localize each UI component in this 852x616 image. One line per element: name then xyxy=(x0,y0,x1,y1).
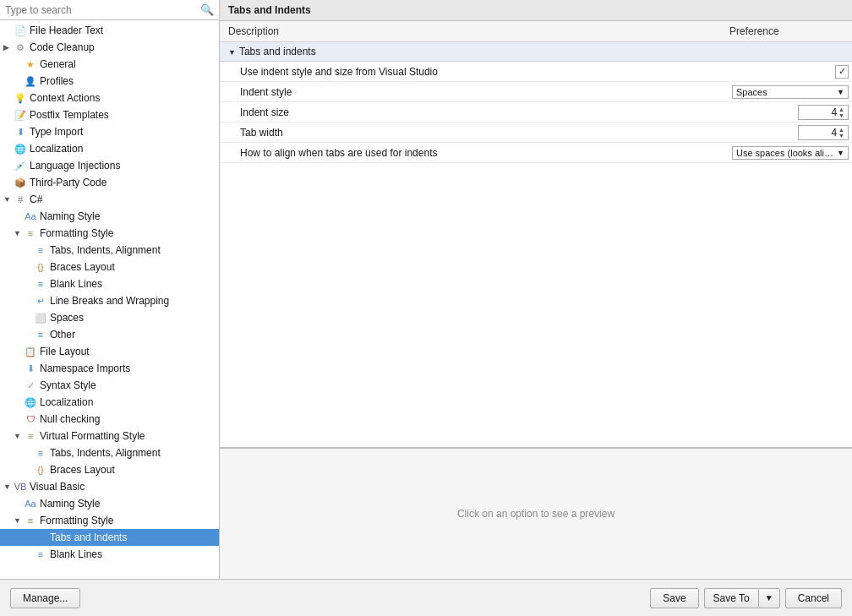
tree-item-localization2[interactable]: 🌐Localization xyxy=(0,394,219,411)
tree-item-syntax-style[interactable]: ✓Syntax Style xyxy=(0,377,219,394)
tree-label-formatting-style: Formatting Style xyxy=(40,227,113,239)
tree-label-context-actions: Context Actions xyxy=(30,92,100,104)
settings-area: Tabs and Indents Description Preference … xyxy=(220,0,852,448)
tree-item-vbraces[interactable]: {}Braces Layout xyxy=(0,461,219,478)
tree-item-braces-layout[interactable]: {}Braces Layout xyxy=(0,259,219,275)
tree-icon-third-party: 📦 xyxy=(14,176,27,189)
number-tab-width[interactable]: 4▲▼ xyxy=(798,125,849,140)
tree-item-spaces[interactable]: ⬜Spaces xyxy=(0,309,219,326)
tree-icon-general: ★ xyxy=(24,57,37,71)
tree-label-vtabs: Tabs, Indents, Alignment xyxy=(50,447,161,459)
row-label-use-indent-style: Use indent style and size from Visual St… xyxy=(220,63,725,81)
tree-icon-vb-blank: ≡ xyxy=(34,548,47,561)
tree-label-line-breaks: Line Breaks and Wrapping xyxy=(50,295,169,307)
tree-label-braces-layout: Braces Layout xyxy=(50,261,115,273)
tree-item-type-import[interactable]: ⬇Type Import xyxy=(0,123,219,140)
select-indent-style[interactable]: Spaces▼ xyxy=(732,85,849,99)
tree-icon-csharp: # xyxy=(14,193,27,206)
tree-item-file-layout[interactable]: 📋File Layout xyxy=(0,343,219,360)
tree-item-null-checking[interactable]: 🛡Null checking xyxy=(0,411,219,428)
number-indent-size[interactable]: 4▲▼ xyxy=(798,105,849,120)
tree-icon-file-header: 📄 xyxy=(14,24,27,37)
main-container: 🔍 📄File Header Text▶⚙Code Cleanup★Genera… xyxy=(0,0,852,616)
tree-label-vbraces: Braces Layout xyxy=(50,464,115,476)
tree-item-language-injections[interactable]: 💉Language Injections xyxy=(0,157,219,174)
tree-item-visual-basic[interactable]: ▼VBVisual Basic xyxy=(0,478,219,495)
save-to-wrap: Save To ▼ xyxy=(704,588,780,608)
tree-item-formatting-style[interactable]: ▼≡Formatting Style xyxy=(0,225,219,242)
section-title: Tabs and indents xyxy=(239,46,316,57)
tree-label-other: Other xyxy=(50,329,75,341)
tree-item-other[interactable]: ≡Other xyxy=(0,326,219,343)
tree-arrow-csharp: ▼ xyxy=(3,195,14,204)
save-to-button[interactable]: Save To xyxy=(704,588,758,608)
manage-button[interactable]: Manage... xyxy=(10,588,80,608)
tree-icon-vbraces: {} xyxy=(34,463,47,477)
tree-item-line-breaks[interactable]: ↵Line Breaks and Wrapping xyxy=(0,292,219,309)
tree-item-third-party[interactable]: 📦Third-Party Code xyxy=(0,174,219,191)
tree-icon-profiles: 👤 xyxy=(24,74,37,88)
tree-arrow-code-cleanup: ▶ xyxy=(3,43,14,52)
tree-item-vb-formatting[interactable]: ▼≡Formatting Style xyxy=(0,512,219,529)
panel-title: Tabs and Indents xyxy=(220,0,852,21)
tree-label-vb-blank: Blank Lines xyxy=(50,548,102,560)
tree-label-null-checking: Null checking xyxy=(40,413,100,425)
bottom-bar: Manage... Save Save To ▼ Cancel xyxy=(0,579,852,616)
row-label-indent-size: Indent size xyxy=(220,103,725,122)
settings-row-indent-style: Indent styleSpaces▼ xyxy=(220,82,852,102)
tree-label-third-party: Third-Party Code xyxy=(30,177,106,188)
tree-icon-line-breaks: ↵ xyxy=(34,294,47,308)
tree-icon-vtabs: ≡ xyxy=(34,446,47,460)
tree-item-namespace-imports[interactable]: ⬇Namespace Imports xyxy=(0,360,219,377)
tree-label-blank-lines: Blank Lines xyxy=(50,278,102,290)
tree-icon-virtual-formatting: ≡ xyxy=(24,429,37,443)
tree-item-context-actions[interactable]: 💡Context Actions xyxy=(0,90,219,106)
tree-item-vtabs[interactable]: ≡Tabs, Indents, Alignment xyxy=(0,444,219,461)
tree-icon-postfix-templates: 📝 xyxy=(14,108,27,122)
tree-icon-spaces: ⬜ xyxy=(34,311,47,324)
tree-item-code-cleanup[interactable]: ▶⚙Code Cleanup xyxy=(0,39,219,56)
tree-arrow-vb-formatting: ▼ xyxy=(14,516,24,525)
search-bar: 🔍 xyxy=(0,0,219,20)
tree-item-general[interactable]: ★General xyxy=(0,56,219,73)
tree-arrow-virtual-formatting: ▼ xyxy=(14,432,24,440)
tree-item-vb-blank[interactable]: ≡Blank Lines xyxy=(0,546,219,563)
tree-item-localization[interactable]: 🌐Localization xyxy=(0,140,219,157)
tree-item-blank-lines[interactable]: ≡Blank Lines xyxy=(0,275,219,292)
tree-icon-other: ≡ xyxy=(34,328,47,341)
tree-label-localization: Localization xyxy=(30,143,83,155)
tree-item-profiles[interactable]: 👤Profiles xyxy=(0,73,219,90)
tree-container[interactable]: 📄File Header Text▶⚙Code Cleanup★General👤… xyxy=(0,20,219,579)
save-to-dropdown-button[interactable]: ▼ xyxy=(758,588,780,608)
right-panel: Tabs and Indents Description Preference … xyxy=(220,0,852,579)
tree-item-virtual-formatting[interactable]: ▼≡Virtual Formatting Style xyxy=(0,428,219,444)
search-icon: 🔍 xyxy=(200,3,214,16)
tree-item-tabs-indents-align[interactable]: ≡Tabs, Indents, Alignment xyxy=(0,242,219,259)
left-panel: 🔍 📄File Header Text▶⚙Code Cleanup★Genera… xyxy=(0,0,220,579)
save-button[interactable]: Save xyxy=(650,588,698,608)
tree-label-visual-basic: Visual Basic xyxy=(30,481,85,493)
settings-row-indent-size: Indent size4▲▼ xyxy=(220,102,852,123)
cancel-button[interactable]: Cancel xyxy=(785,588,842,608)
tree-item-naming-style[interactable]: AaNaming Style xyxy=(0,208,219,225)
tree-icon-localization: 🌐 xyxy=(14,142,27,155)
tree-label-file-layout: File Layout xyxy=(40,346,90,357)
tree-item-vb-tabs[interactable]: ≡Tabs and Indents xyxy=(0,529,219,546)
tree-icon-language-injections: 💉 xyxy=(14,159,27,172)
settings-row-use-indent-style: Use indent style and size from Visual St… xyxy=(220,62,852,82)
select-align-tabs[interactable]: Use spaces (looks aligne...▼ xyxy=(732,146,849,160)
tree-item-file-header[interactable]: 📄File Header Text xyxy=(0,22,219,39)
tree-item-vb-naming[interactable]: AaNaming Style xyxy=(0,495,219,512)
tree-icon-vb-tabs: ≡ xyxy=(34,531,47,544)
search-input[interactable] xyxy=(5,4,197,16)
tree-label-syntax-style: Syntax Style xyxy=(40,379,96,391)
tree-item-csharp[interactable]: ▼#C# xyxy=(0,191,219,208)
tree-item-postfix-templates[interactable]: 📝Postfix Templates xyxy=(0,106,219,123)
tree-icon-blank-lines: ≡ xyxy=(34,277,47,291)
tree-label-language-injections: Language Injections xyxy=(30,160,120,172)
checkbox-use-indent-style[interactable]: ✓ xyxy=(835,65,849,79)
settings-table: Description Preference ▼Tabs and indents… xyxy=(220,21,852,447)
col-preference: Preference xyxy=(721,21,852,42)
tree-label-postfix-templates: Postfix Templates xyxy=(30,109,109,121)
settings-row-align-tabs: How to align when tabs are used for inde… xyxy=(220,143,852,163)
